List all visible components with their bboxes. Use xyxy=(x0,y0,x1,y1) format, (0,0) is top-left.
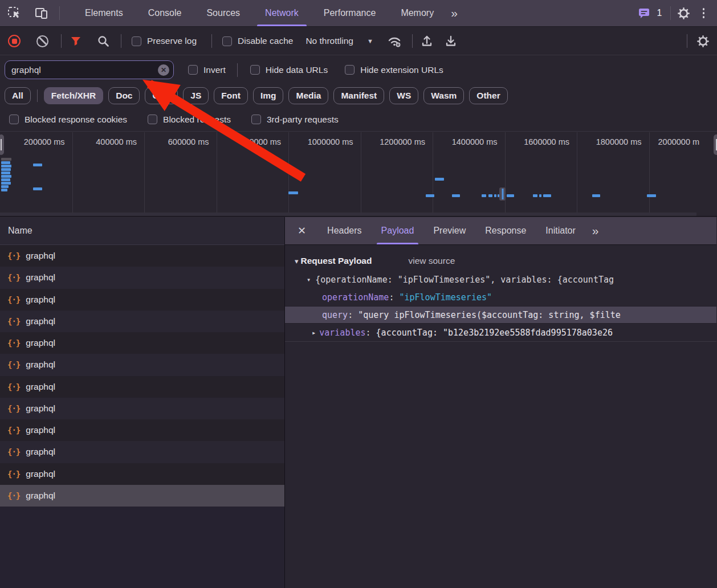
divider xyxy=(59,6,60,20)
chip-doc[interactable]: Doc xyxy=(108,87,140,104)
chip-fetchxhr[interactable]: Fetch/XHR xyxy=(44,87,103,104)
overview-grip-left[interactable] xyxy=(0,134,4,155)
preserve-log-checkbox[interactable] xyxy=(132,36,141,46)
divider xyxy=(670,6,671,20)
more-tabs-chevron-icon[interactable]: » xyxy=(446,6,461,20)
preserve-log-label: Preserve log xyxy=(147,36,197,46)
payload-value: "query ipFlowTimeseries($accountTag: str… xyxy=(358,310,621,320)
blocked-requests-checkbox[interactable] xyxy=(148,115,157,124)
blocked-response-cookies-checkbox[interactable] xyxy=(9,115,19,124)
tab-network[interactable]: Network xyxy=(252,0,311,26)
throttling-select[interactable]: No throttling ▼ xyxy=(305,36,373,46)
import-har-icon[interactable] xyxy=(417,31,437,51)
network-settings-gear-icon[interactable] xyxy=(693,31,712,51)
timeline-tick-label: 1000000 ms xyxy=(308,137,353,146)
network-filter-field[interactable]: ✕ xyxy=(5,60,174,79)
json-braces-icon: {·} xyxy=(7,251,20,260)
detail-tab-initiator[interactable]: Initiator xyxy=(536,217,585,244)
payload-key: operationName xyxy=(322,292,389,303)
settings-gear-icon[interactable] xyxy=(674,3,694,23)
request-row[interactable]: {·}graphql xyxy=(0,485,284,507)
invert-checkbox[interactable] xyxy=(188,65,198,75)
waterfall-bar xyxy=(1,158,11,161)
json-braces-icon: {·} xyxy=(7,447,20,456)
request-row[interactable]: {·}graphql xyxy=(0,267,284,288)
divider xyxy=(37,89,38,102)
chip-img[interactable]: Img xyxy=(253,87,284,104)
request-row[interactable]: {·}graphql xyxy=(0,311,284,332)
request-row[interactable]: {·}graphql xyxy=(0,463,284,485)
json-braces-icon: {·} xyxy=(7,469,20,479)
request-row[interactable]: {·}graphql xyxy=(0,419,284,441)
close-detail-icon[interactable]: ✕ xyxy=(285,224,317,237)
request-name: graphql xyxy=(26,360,55,370)
request-name: graphql xyxy=(26,338,55,348)
payload-root-row[interactable]: ▾{operationName: "ipFlowTimeseries", var… xyxy=(285,271,716,288)
tab-performance[interactable]: Performance xyxy=(311,0,389,26)
waterfall-bar xyxy=(647,194,656,197)
request-row[interactable]: {·}graphql xyxy=(0,398,284,419)
hide-extension-urls-checkbox[interactable] xyxy=(345,65,355,75)
payload-value: "ipFlowTimeseries" xyxy=(399,292,492,303)
hide-data-urls-checkbox[interactable] xyxy=(250,65,260,75)
name-column-header[interactable]: Name xyxy=(0,217,284,245)
-rd-party-requests-checkbox[interactable] xyxy=(251,115,261,124)
tab-sources[interactable]: Sources xyxy=(194,0,252,26)
view-source-link[interactable]: view source xyxy=(408,256,455,266)
device-toolbar-icon[interactable] xyxy=(32,3,51,23)
payload-row-variables[interactable]: ▸variables: {accountTag: "b12e3b2192ee55… xyxy=(285,324,716,341)
waterfall-bar xyxy=(33,164,42,166)
waterfall-bar xyxy=(33,187,42,190)
request-row[interactable]: {·}graphql xyxy=(0,289,284,311)
tab-console[interactable]: Console xyxy=(136,0,194,26)
chip-other[interactable]: Other xyxy=(469,87,507,104)
chip-font[interactable]: Font xyxy=(214,87,248,104)
chip-all[interactable]: All xyxy=(5,87,31,104)
disable-cache-checkbox[interactable] xyxy=(222,36,232,46)
request-name: graphql xyxy=(26,316,55,326)
network-filter-input[interactable] xyxy=(5,65,173,75)
search-icon[interactable] xyxy=(93,31,113,51)
chip-manifest[interactable]: Manifest xyxy=(333,87,384,104)
collapse-triangle-icon[interactable]: ▾ xyxy=(295,257,299,266)
chip-js[interactable]: JS xyxy=(183,87,209,104)
waterfall-bar xyxy=(1,172,10,174)
waterfall-bar xyxy=(507,194,514,197)
tab-memory[interactable]: Memory xyxy=(388,0,446,26)
menu-dots-icon[interactable] xyxy=(697,8,711,18)
divider xyxy=(285,341,716,342)
request-name: graphql xyxy=(26,447,55,457)
filter-funnel-icon[interactable] xyxy=(66,31,85,51)
request-row[interactable]: {·}graphql xyxy=(0,245,284,267)
overview-grip-right[interactable] xyxy=(714,134,717,155)
resource-type-filter-row: AllFetch/XHRDocCSSJSFontImgMediaManifest… xyxy=(0,84,717,108)
clear-network-log-button[interactable] xyxy=(36,35,48,47)
issues-message-icon[interactable] xyxy=(634,3,654,23)
request-row[interactable]: {·}graphql xyxy=(0,376,284,398)
more-detail-tabs-chevron-icon[interactable]: » xyxy=(588,224,602,238)
tab-elements[interactable]: Elements xyxy=(72,0,136,26)
request-row[interactable]: {·}graphql xyxy=(0,441,284,463)
expand-triangle-icon[interactable]: ▾ xyxy=(307,276,311,284)
clear-filter-icon[interactable]: ✕ xyxy=(158,64,169,76)
payload-row-query[interactable]: query: "query ipFlowTimeseries($accountT… xyxy=(285,306,716,324)
export-har-icon[interactable] xyxy=(441,31,461,51)
detail-tab-payload[interactable]: Payload xyxy=(372,217,424,244)
expand-triangle-icon[interactable]: ▸ xyxy=(312,329,316,337)
request-row[interactable]: {·}graphql xyxy=(0,332,284,354)
chip-wasm[interactable]: Wasm xyxy=(423,87,464,104)
chip-css[interactable]: CSS xyxy=(145,87,178,104)
record-network-log-button[interactable] xyxy=(8,35,21,47)
detail-tab-response[interactable]: Response xyxy=(475,217,536,244)
request-row[interactable]: {·}graphql xyxy=(0,354,284,375)
waterfall-bar xyxy=(1,189,7,191)
inspect-element-icon[interactable] xyxy=(5,3,24,23)
network-conditions-icon[interactable] xyxy=(385,31,404,51)
detail-tab-preview[interactable]: Preview xyxy=(423,217,475,244)
chip-media[interactable]: Media xyxy=(288,87,328,104)
chip-ws[interactable]: WS xyxy=(389,87,418,104)
network-overview-timeline[interactable]: 200000 ms400000 ms600000 ms800000 ms1000… xyxy=(0,132,717,217)
request-list-panel: Name {·}graphql{·}graphql{·}graphql{·}gr… xyxy=(0,217,285,588)
detail-tab-headers[interactable]: Headers xyxy=(317,217,371,244)
payload-row-operationName[interactable]: operationName: "ipFlowTimeseries" xyxy=(285,288,716,306)
